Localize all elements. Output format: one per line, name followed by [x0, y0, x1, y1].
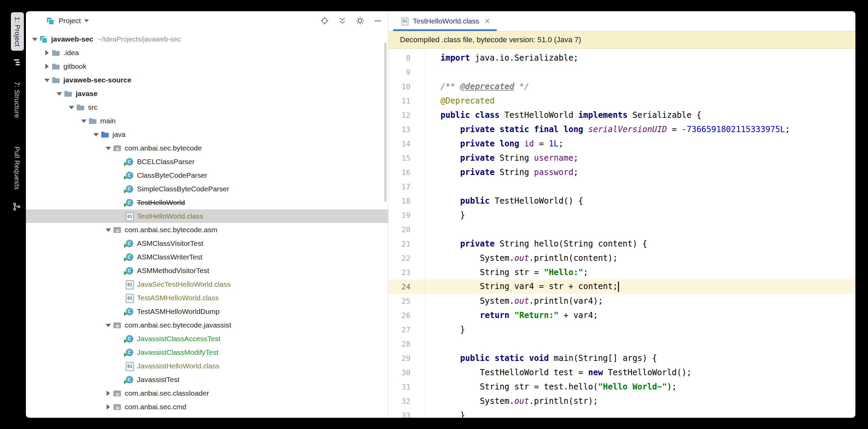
tree-item[interactable]: main: [26, 114, 388, 128]
decompile-banner-text: Decompiled .class file, bytecode version…: [400, 35, 581, 44]
tool-button-project[interactable]: 1: Project: [11, 12, 24, 51]
code-line: 12public class TestHelloWorld implements…: [388, 108, 855, 122]
tree-item[interactable]: javaweb-sec~/IdeaProjects/javaweb-sec: [26, 32, 388, 46]
tree-item[interactable]: BCELClassParser: [26, 155, 388, 169]
line-number: 23: [388, 268, 425, 277]
project-view-icon: [46, 16, 55, 26]
tree-item-label: BCELClassParser: [137, 158, 195, 166]
code-line: 15 private String username;: [388, 151, 855, 165]
editor-area: TestHelloWorld.class × Decompiled .class…: [388, 11, 855, 418]
folder-icon: [51, 62, 61, 71]
tree-item[interactable]: JavassistClassAccessTest: [26, 332, 388, 346]
tree-item[interactable]: gitbook: [26, 60, 388, 73]
tree-open-arrow-icon[interactable]: [80, 114, 88, 128]
tree-item[interactable]: TestASMHelloWorld.class: [26, 291, 388, 305]
tree-open-arrow-icon[interactable]: [31, 32, 39, 46]
tree-open-arrow-icon[interactable]: [104, 141, 112, 155]
close-icon[interactable]: ×: [485, 17, 490, 26]
project-view-title[interactable]: Project: [59, 17, 81, 25]
folder-icon: [51, 75, 61, 85]
tree-item[interactable]: TestASMHelloWorldDump: [26, 305, 388, 318]
class-icon: [125, 157, 134, 166]
tree-open-arrow-icon[interactable]: [104, 223, 112, 237]
tree-item[interactable]: JavassistTest: [26, 373, 388, 386]
editor-tab-testhelloworld-class[interactable]: TestHelloWorld.class ×: [393, 11, 497, 31]
code-editor[interactable]: 8import java.io.Serializable;910/** @dep…: [388, 49, 855, 418]
tree-open-arrow-icon[interactable]: [43, 73, 51, 87]
tree-open-arrow-icon[interactable]: [92, 128, 100, 141]
tree-item[interactable]: javase: [26, 87, 388, 100]
tree-open-arrow-icon[interactable]: [67, 100, 76, 114]
tool-button-structure[interactable]: 7: Structure: [13, 82, 21, 118]
collapse-all-icon[interactable]: [338, 16, 347, 26]
line-number: 16: [388, 168, 425, 177]
tree-item[interactable]: src: [26, 100, 388, 114]
git-icon[interactable]: [12, 202, 21, 212]
hide-panel-icon[interactable]: [373, 16, 383, 26]
code-line: 21 private String hello(String content) …: [388, 237, 855, 251]
tree-item[interactable]: ASMClassWriterTest: [26, 250, 388, 264]
class-icon: [125, 266, 134, 275]
tree-item[interactable]: JavassistClassModifyTest: [26, 346, 388, 359]
folder-icon: [63, 89, 73, 98]
code-line: 11@Deprecated: [388, 94, 855, 108]
code-line-text: String str = "Hello:";: [425, 268, 588, 277]
tree-open-arrow-icon[interactable]: [55, 87, 63, 100]
structure-icon[interactable]: [13, 58, 21, 67]
code-line: 24 String var4 = str + content;: [388, 280, 855, 294]
tree-item[interactable]: ASMClassVisitorTest: [26, 237, 388, 250]
code-line-text: System.out.println(var4);: [425, 296, 603, 306]
tree-item[interactable]: com.anbai.sec.bytecode.asm: [26, 223, 388, 237]
tree-item[interactable]: .idea: [26, 46, 388, 60]
tree-item-label: ASMClassWriterTest: [137, 253, 202, 261]
gear-icon[interactable]: [355, 16, 365, 26]
tool-button-pull-requests[interactable]: Pull Requests: [13, 146, 21, 190]
project-scrollbar-thumb[interactable]: [384, 43, 387, 202]
line-number: 24: [388, 283, 425, 291]
tree-closed-arrow-icon[interactable]: [104, 414, 112, 418]
tree-item-label: com.anbai.sec.cmd: [125, 403, 186, 411]
line-number: 17: [388, 182, 425, 191]
tree-item[interactable]: ClassByteCodeParser: [26, 169, 388, 182]
tree-item[interactable]: ASMMethodVisitorTest: [26, 264, 388, 277]
tree-item[interactable]: SimpleClassByteCodeParser: [26, 182, 388, 196]
tree-item[interactable]: com.anbai.sec.bytecode.javassist: [26, 318, 388, 332]
chevron-down-icon[interactable]: [84, 19, 89, 22]
tree-item[interactable]: javaweb-sec-source: [26, 73, 388, 87]
locate-file-icon[interactable]: [320, 16, 329, 26]
classfile-icon: [125, 293, 134, 303]
tree-closed-arrow-icon[interactable]: [43, 46, 51, 60]
tree-item[interactable]: java: [26, 128, 388, 141]
tree-item[interactable]: com.anbai.sec.cmd: [26, 400, 388, 414]
line-number: 8: [388, 54, 425, 62]
tree-closed-arrow-icon[interactable]: [104, 400, 112, 414]
package-icon: [112, 416, 122, 418]
tree-item[interactable]: JavaSecTestHelloWorld.class: [26, 277, 388, 291]
classfile-icon: [125, 211, 134, 221]
tree-item[interactable]: TestHelloWorld.class: [26, 209, 388, 223]
tree-item-label: gitbook: [63, 62, 87, 70]
tree-open-arrow-icon[interactable]: [104, 318, 112, 332]
class-icon: [125, 198, 134, 207]
line-number: 21: [388, 240, 425, 248]
tree-item[interactable]: com.anbai.sec.classloader: [26, 386, 388, 400]
tree-item-label: com.anbai.sec.classloader: [125, 389, 209, 397]
code-line-text: }: [425, 325, 465, 334]
tree-item[interactable]: JavassistHelloWorld.class: [26, 359, 388, 373]
tree-item-label: java: [112, 130, 126, 139]
code-line: 10/** @deprecated */: [388, 79, 855, 94]
line-number: 30: [388, 368, 425, 377]
tree-item-label: com.anbai.sec.bytecode.asm: [125, 226, 217, 234]
code-line-text: System.out.println(content);: [425, 253, 618, 263]
tree-item[interactable]: com.anbai.sec.bytecode: [26, 141, 388, 155]
code-line: 30 TestHelloWorld test = new TestHelloWo…: [388, 365, 855, 380]
package-icon: [112, 225, 122, 235]
tree-item[interactable]: TestHelloWorld: [26, 196, 388, 209]
tree-closed-arrow-icon[interactable]: [43, 60, 51, 73]
line-number: 22: [388, 254, 425, 263]
left-tool-stripe: 1: Project 7: Structure Pull Requests: [0, 0, 26, 429]
code-line: 25 System.out.println(var4);: [388, 294, 855, 308]
line-number: 11: [388, 97, 425, 105]
tree-closed-arrow-icon[interactable]: [104, 386, 112, 400]
tree-item[interactable]: [26, 414, 388, 418]
